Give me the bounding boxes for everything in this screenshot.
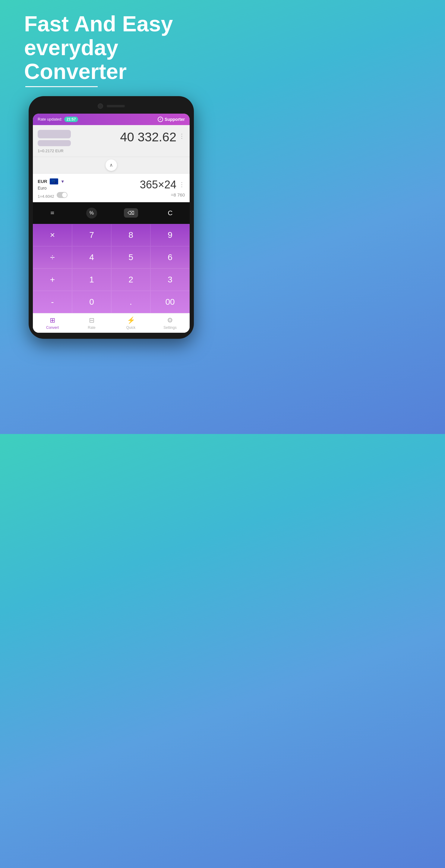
quick-icon: ⚡ — [127, 316, 135, 324]
label-1: 1 — [89, 275, 94, 284]
supporter-label: Supporter — [165, 117, 185, 122]
row1-top: 40 332.62 ⋮ — [38, 130, 185, 146]
speaker-bar — [107, 105, 125, 107]
key-1[interactable]: 1 — [72, 269, 111, 291]
row1-menu-dots[interactable]: ⋮ — [179, 133, 185, 139]
label-6: 6 — [168, 253, 173, 262]
equals-key[interactable]: = — [33, 202, 72, 224]
rate-icon: ⊟ — [89, 316, 94, 324]
row2-currency-info[interactable]: EUR 🇪🇺 ▼ Euro 1=4.6042 — [38, 179, 67, 198]
label-7: 7 — [89, 230, 94, 240]
minus-key[interactable]: - — [33, 291, 72, 313]
currency-full-name: Euro — [38, 186, 67, 190]
label-8: 8 — [128, 230, 133, 240]
convert-icon: ⊞ — [50, 316, 55, 324]
hero-section: Fast And Easy everyday Converter — [0, 0, 222, 96]
row2-rate-area: 1=4.6042 — [38, 192, 67, 198]
nav-rate[interactable]: ⊟ Rate — [72, 313, 111, 333]
minus-label: - — [51, 297, 54, 307]
hero-line1: Fast And Easy — [24, 12, 173, 36]
rate-updated-area: Rate updated: 21:57 — [38, 117, 78, 122]
row1-rate-info: 1=0.2172 EUR — [38, 149, 185, 153]
label-2: 2 — [128, 275, 133, 284]
phone-shell: Rate updated: 21:57 ✓ Supporter 40 332.6… — [29, 96, 194, 339]
key-8[interactable]: 8 — [111, 224, 150, 246]
key-6[interactable]: 6 — [150, 246, 190, 269]
time-badge: 21:57 — [64, 117, 79, 122]
percent-label: % — [90, 210, 94, 216]
equals-label: = — [50, 209, 54, 217]
eur-flag-icon: 🇪🇺 — [50, 179, 58, 184]
quick-nav-label: Quick — [126, 326, 136, 330]
label-0: 0 — [89, 297, 94, 307]
label-4: 4 — [89, 253, 94, 262]
backspace-label: ⌫ — [127, 210, 135, 216]
key-3[interactable]: 3 — [150, 269, 190, 291]
backspace-icon: ⌫ — [124, 208, 138, 218]
hero-line2: everyday — [24, 36, 118, 60]
row2-value-with-dots: 365×24 ⋮ — [140, 179, 185, 191]
label-dot: . — [130, 297, 132, 307]
phone-screen: Rate updated: 21:57 ✓ Supporter 40 332.6… — [33, 114, 190, 333]
toggle-switch[interactable] — [57, 192, 67, 198]
key-0[interactable]: 0 — [72, 291, 111, 313]
row2-value-area: 365×24 ⋮ =8 760 — [140, 179, 185, 197]
rate-updated-label: Rate updated: — [38, 117, 62, 121]
clear-key[interactable]: C — [151, 202, 190, 224]
key-7[interactable]: 7 — [72, 224, 111, 246]
hero-line3: Converter — [24, 59, 127, 84]
nav-quick[interactable]: ⚡ Quick — [111, 313, 150, 333]
key-4[interactable]: 4 — [72, 246, 111, 269]
plus-label: + — [50, 275, 55, 284]
hero-title: Fast And Easy everyday Converter — [24, 12, 198, 84]
supporter-check-icon: ✓ — [158, 117, 163, 122]
plus-key[interactable]: + — [33, 269, 72, 291]
row2-menu-dots[interactable]: ⋮ — [179, 181, 185, 187]
row2-sub-result: =8 760 — [171, 192, 185, 197]
divide-label: ÷ — [50, 253, 55, 262]
toggle-knob — [62, 193, 67, 197]
row1-value: 40 332.62 — [120, 130, 176, 144]
row2-value: 365×24 — [140, 179, 176, 191]
currency-row-2: EUR 🇪🇺 ▼ Euro 1=4.6042 365×24 — [33, 174, 190, 202]
row1-flag-area[interactable] — [38, 130, 71, 146]
nav-settings[interactable]: ⚙ Settings — [150, 313, 190, 333]
percent-icon: % — [86, 208, 97, 218]
label-3: 3 — [168, 275, 173, 284]
row1-value-area: 40 332.62 ⋮ — [120, 130, 185, 144]
currency-row-1: 40 332.62 ⋮ 1=0.2172 EUR — [33, 125, 190, 157]
multiply-label: × — [50, 230, 55, 240]
nav-convert[interactable]: ⊞ Convert — [33, 313, 72, 333]
multiply-key[interactable]: × — [33, 224, 72, 246]
convert-nav-label: Convert — [46, 326, 59, 330]
key-5[interactable]: 5 — [111, 246, 150, 269]
camera-circle — [98, 103, 103, 109]
backspace-key[interactable]: ⌫ — [112, 202, 150, 224]
keypad-main: × 7 8 9 ÷ 4 5 6 — [33, 224, 190, 313]
eur-code: EUR — [38, 179, 47, 184]
key-2[interactable]: 2 — [111, 269, 150, 291]
key-dot[interactable]: . — [111, 291, 150, 313]
key-9[interactable]: 9 — [150, 224, 190, 246]
dropdown-arrow-icon[interactable]: ▼ — [61, 179, 65, 184]
label-9: 9 — [168, 230, 173, 240]
settings-icon: ⚙ — [167, 316, 173, 324]
bottom-nav: ⊞ Convert ⊟ Rate ⚡ Quick ⚙ Settings — [33, 313, 190, 333]
swap-button[interactable]: ∧ — [106, 159, 117, 171]
divide-key[interactable]: ÷ — [33, 246, 72, 269]
keypad-special-row: = % ⌫ C — [33, 202, 190, 224]
row2-top: EUR 🇪🇺 ▼ Euro 1=4.6042 365×24 — [38, 179, 185, 198]
clear-label: C — [168, 209, 173, 217]
phone-notch — [33, 102, 190, 110]
label-double-zero: 00 — [165, 297, 175, 307]
rate-nav-label: Rate — [88, 326, 95, 330]
hero-underline — [25, 86, 98, 87]
row2-rate-label: 1=4.6042 — [38, 194, 54, 198]
percent-key[interactable]: % — [72, 202, 111, 224]
label-5: 5 — [128, 253, 133, 262]
row2-currency-label: EUR 🇪🇺 ▼ — [38, 179, 67, 184]
flag-pill-1 — [38, 130, 71, 138]
supporter-badge[interactable]: ✓ Supporter — [158, 117, 185, 122]
settings-nav-label: Settings — [164, 326, 176, 330]
key-double-zero[interactable]: 00 — [150, 291, 190, 313]
